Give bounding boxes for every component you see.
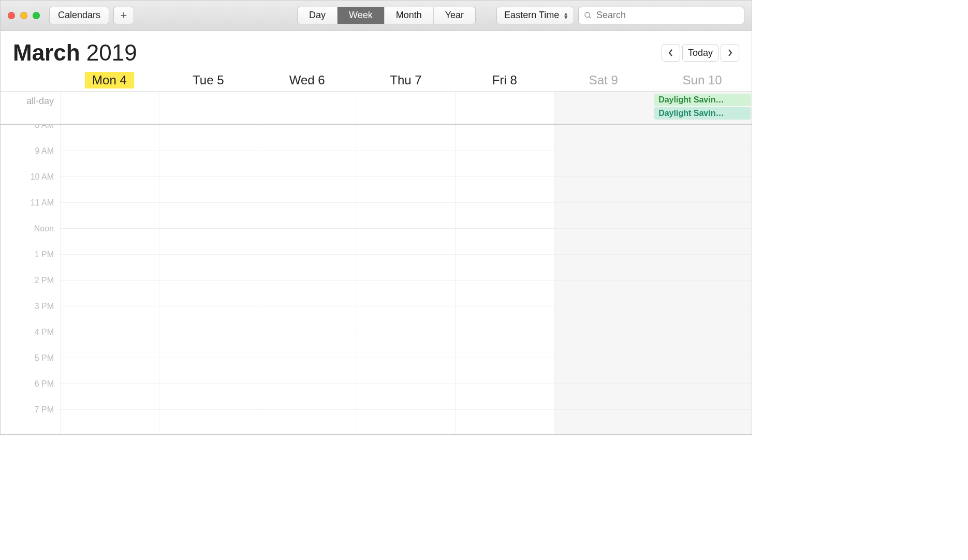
allday-cell[interactable]: Daylight Savin…Daylight Savin… bbox=[653, 92, 752, 124]
hour-label: 6 PM bbox=[1, 379, 60, 405]
allday-event[interactable]: Daylight Savin… bbox=[654, 94, 751, 106]
day-header[interactable]: Mon 4 bbox=[60, 72, 159, 89]
day-column[interactable] bbox=[357, 125, 456, 435]
day-header-label: Sat 9 bbox=[582, 72, 625, 89]
title-year: 2019 bbox=[86, 40, 137, 65]
allday-cell[interactable] bbox=[258, 92, 357, 124]
day-header[interactable]: Fri 8 bbox=[455, 72, 554, 89]
hour-label: 8 AM bbox=[1, 125, 60, 146]
day-column[interactable] bbox=[455, 125, 554, 435]
plus-icon: + bbox=[121, 9, 127, 22]
day-header-label: Fri 8 bbox=[485, 72, 524, 89]
allday-event[interactable]: Daylight Savin… bbox=[654, 107, 751, 120]
chevron-left-icon bbox=[668, 49, 674, 56]
page-title: March 2019 bbox=[13, 40, 137, 66]
view-month[interactable]: Month bbox=[384, 7, 433, 24]
day-column[interactable] bbox=[60, 125, 159, 435]
titlebar: Calendars + Day Week Month Year Eastern … bbox=[1, 1, 752, 31]
day-header[interactable]: Sun 10 bbox=[653, 72, 752, 89]
hour-label: 5 PM bbox=[1, 353, 60, 379]
allday-label: all-day bbox=[1, 92, 60, 124]
day-header[interactable]: Tue 5 bbox=[159, 72, 258, 89]
calendars-button[interactable]: Calendars bbox=[49, 7, 109, 24]
allday-cell[interactable] bbox=[554, 92, 653, 124]
next-week-button[interactable] bbox=[721, 44, 739, 62]
day-header-label: Wed 6 bbox=[282, 72, 332, 89]
day-column[interactable] bbox=[258, 125, 357, 435]
hour-label: 10 AM bbox=[1, 172, 60, 198]
hour-label: 3 PM bbox=[1, 302, 60, 328]
allday-cell[interactable] bbox=[455, 92, 554, 124]
search-icon bbox=[584, 11, 592, 20]
hour-label: Noon bbox=[1, 224, 60, 250]
view-year[interactable]: Year bbox=[433, 7, 475, 24]
day-headers: Mon 4Tue 5Wed 6Thu 7Fri 8Sat 9Sun 10 bbox=[1, 69, 752, 92]
timezone-select[interactable]: Eastern Time ▲▼ bbox=[496, 7, 574, 24]
timezone-label: Eastern Time bbox=[504, 10, 559, 21]
title-month: March bbox=[13, 40, 80, 65]
view-day[interactable]: Day bbox=[298, 7, 337, 24]
zoom-window-button[interactable] bbox=[33, 12, 40, 19]
view-week[interactable]: Week bbox=[337, 7, 384, 24]
day-header-label: Tue 5 bbox=[185, 72, 231, 89]
hour-label: 7 PM bbox=[1, 405, 60, 431]
hour-label: 4 PM bbox=[1, 328, 60, 353]
hour-label: 11 AM bbox=[1, 198, 60, 224]
day-column[interactable] bbox=[653, 125, 752, 435]
add-event-button[interactable]: + bbox=[113, 7, 134, 24]
allday-cell[interactable] bbox=[159, 92, 258, 124]
day-column[interactable] bbox=[554, 125, 653, 435]
window-controls bbox=[8, 12, 40, 19]
day-header-label: Thu 7 bbox=[383, 72, 429, 89]
allday-cell[interactable] bbox=[357, 92, 456, 124]
allday-row: all-day Daylight Savin…Daylight Savin… bbox=[1, 92, 752, 125]
day-header[interactable]: Sat 9 bbox=[554, 72, 653, 89]
week-grid[interactable]: 8 AM9 AM10 AM11 AMNoon1 PM2 PM3 PM4 PM5 … bbox=[1, 125, 752, 435]
close-window-button[interactable] bbox=[8, 12, 15, 19]
search-field[interactable] bbox=[578, 7, 744, 24]
today-button[interactable]: Today bbox=[682, 44, 718, 62]
prev-week-button[interactable] bbox=[662, 44, 680, 62]
minimize-window-button[interactable] bbox=[20, 12, 27, 19]
svg-point-0 bbox=[585, 12, 590, 17]
svg-line-1 bbox=[589, 17, 591, 18]
search-input[interactable] bbox=[596, 10, 739, 21]
hour-label: 9 AM bbox=[1, 146, 60, 172]
hour-label: 1 PM bbox=[1, 250, 60, 276]
header: March 2019 Today bbox=[1, 31, 752, 69]
day-header[interactable]: Wed 6 bbox=[258, 72, 357, 89]
day-header[interactable]: Thu 7 bbox=[357, 72, 456, 89]
chevron-right-icon bbox=[727, 49, 733, 56]
allday-cell[interactable] bbox=[60, 92, 159, 124]
day-column[interactable] bbox=[159, 125, 258, 435]
week-nav: Today bbox=[662, 44, 739, 62]
hour-label: 2 PM bbox=[1, 276, 60, 302]
updown-icon: ▲▼ bbox=[563, 12, 568, 19]
time-gutter: 8 AM9 AM10 AM11 AMNoon1 PM2 PM3 PM4 PM5 … bbox=[1, 125, 60, 435]
day-header-label: Mon 4 bbox=[85, 72, 134, 89]
day-header-label: Sun 10 bbox=[676, 72, 729, 89]
view-segmented-control: Day Week Month Year bbox=[297, 7, 476, 24]
